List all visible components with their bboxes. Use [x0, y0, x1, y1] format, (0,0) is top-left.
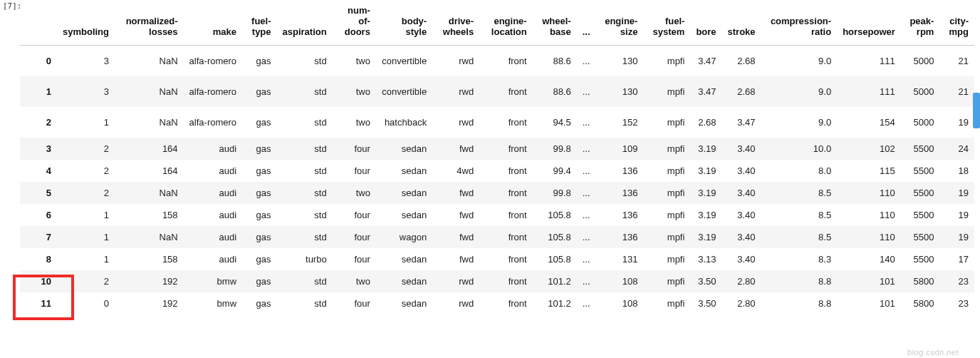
cell: mpfi [643, 107, 690, 138]
cell: sedan [376, 160, 432, 182]
cell: front [479, 160, 533, 182]
cell: 3.47 [722, 107, 761, 138]
cell: gas [242, 182, 276, 204]
cell: front [479, 138, 533, 160]
cell: ... [577, 107, 596, 138]
cell: 5800 [901, 270, 940, 292]
cell: four [333, 248, 376, 270]
cell: 101.2 [533, 292, 577, 314]
row-index: 3 [20, 138, 57, 160]
cell: ... [577, 45, 596, 76]
cell: std [277, 292, 333, 314]
cell: mpfi [643, 270, 690, 292]
row-index: 6 [20, 204, 57, 226]
cell: 3.40 [722, 248, 761, 270]
cell: 3.19 [690, 226, 721, 248]
cell: 5000 [901, 76, 940, 107]
cell: 164 [115, 138, 184, 160]
cell: two [333, 76, 376, 107]
column-header: aspiration [277, 1, 333, 45]
cell: 2.68 [690, 107, 721, 138]
cell: 21 [939, 76, 974, 107]
column-header: body-style [376, 1, 432, 45]
column-header: ... [577, 1, 596, 45]
cell: std [277, 76, 333, 107]
column-header: stroke [722, 1, 761, 45]
column-header: wheel-base [533, 1, 577, 45]
cell: two [333, 270, 376, 292]
cell: NaN [115, 182, 184, 204]
column-header: drive-wheels [432, 1, 479, 45]
column-header: fuel-type [242, 1, 276, 45]
row-index: 0 [20, 45, 57, 76]
cell: 23 [939, 270, 974, 292]
cell: 110 [837, 182, 901, 204]
cell: 23 [939, 292, 974, 314]
cell: 158 [115, 204, 184, 226]
cell: NaN [115, 226, 184, 248]
cell: four [333, 160, 376, 182]
table-row: 32164audigasstdfoursedanfwdfront99.8...1… [20, 138, 974, 160]
column-header: compression-ratio [761, 1, 838, 45]
cell: 5500 [901, 248, 940, 270]
table-row: 102192bmwgasstdtwosedanrwdfront101.2...1… [20, 270, 974, 292]
cell: 110 [837, 226, 901, 248]
cell: front [479, 76, 533, 107]
row-index: 2 [20, 107, 57, 138]
cell: 10.0 [761, 138, 838, 160]
cell: 17 [939, 248, 974, 270]
cell: 136 [596, 182, 644, 204]
row-index: 5 [20, 182, 57, 204]
cell: gas [242, 204, 276, 226]
cell: 8.8 [761, 270, 838, 292]
cell: mpfi [643, 204, 690, 226]
table-row: 42164audigasstdfoursedan4wdfront99.4...1… [20, 160, 974, 182]
cell: 109 [596, 138, 644, 160]
row-index: 8 [20, 248, 57, 270]
cell: audi [184, 182, 242, 204]
cell: 5500 [901, 204, 940, 226]
cell: 5500 [901, 182, 940, 204]
cell: 8.5 [761, 226, 838, 248]
cell: rwd [432, 270, 479, 292]
cell: 158 [115, 248, 184, 270]
cell: front [479, 45, 533, 76]
cell: std [277, 182, 333, 204]
cell: fwd [432, 182, 479, 204]
cell: 21 [939, 45, 974, 76]
cell: 8.5 [761, 204, 838, 226]
column-header: city-mpg [939, 1, 974, 45]
column-header: engine-location [479, 1, 533, 45]
cell: 19 [939, 107, 974, 138]
cell: 3.40 [722, 160, 761, 182]
cell: sedan [376, 292, 432, 314]
cell: gas [242, 107, 276, 138]
cell: 3.50 [690, 292, 721, 314]
cell: bmw [184, 270, 242, 292]
scrollbar-thumb[interactable] [973, 93, 980, 128]
cell: 8.0 [761, 160, 838, 182]
cell: sedan [376, 182, 432, 204]
cell: wagon [376, 226, 432, 248]
cell: 111 [837, 45, 901, 76]
cell: 108 [596, 292, 644, 314]
table-row: 71NaNaudigasstdfourwagonfwdfront105.8...… [20, 226, 974, 248]
cell: 5500 [901, 138, 940, 160]
dataframe-table: symbolingnormalized-lossesmakefuel-typea… [20, 1, 974, 314]
cell: 19 [939, 226, 974, 248]
cell: four [333, 292, 376, 314]
cell: front [479, 270, 533, 292]
cell: 94.5 [533, 107, 577, 138]
cell: alfa-romero [184, 45, 242, 76]
column-header: engine-size [596, 1, 644, 45]
cell: 1 [57, 107, 115, 138]
row-index: 11 [20, 292, 57, 314]
cell: audi [184, 248, 242, 270]
cell: 88.6 [533, 76, 577, 107]
cell: 110 [837, 204, 901, 226]
cell: 136 [596, 204, 644, 226]
cell: 101 [837, 292, 901, 314]
cell: 2.80 [722, 270, 761, 292]
cell: std [277, 45, 333, 76]
cell: std [277, 160, 333, 182]
